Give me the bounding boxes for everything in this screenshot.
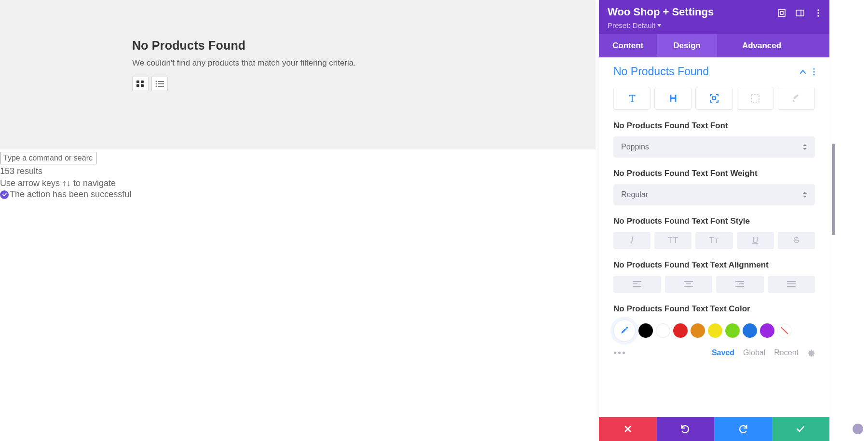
preset-dropdown[interactable]: Preset: Default bbox=[608, 21, 821, 29]
svg-rect-11 bbox=[780, 12, 783, 14]
color-swatch-red[interactable] bbox=[673, 323, 688, 338]
svg-point-16 bbox=[817, 15, 819, 17]
focus-mode-button[interactable] bbox=[695, 87, 732, 110]
color-tab-recent[interactable]: Recent bbox=[774, 348, 799, 357]
view-list-button[interactable] bbox=[151, 77, 168, 91]
align-label: No Products Found Text Text Alignment bbox=[613, 260, 815, 271]
heading-mode-button[interactable] bbox=[654, 87, 692, 110]
command-input[interactable] bbox=[0, 152, 96, 164]
more-icon[interactable] bbox=[814, 9, 823, 17]
color-swatch-none[interactable] bbox=[777, 323, 792, 338]
command-status-text: The action has been successful bbox=[10, 189, 131, 200]
svg-rect-10 bbox=[778, 10, 785, 16]
svg-point-19 bbox=[813, 74, 814, 75]
svg-point-8 bbox=[156, 86, 157, 87]
command-nav-hint: Use arrow keys ↑↓ to navigate bbox=[0, 178, 596, 188]
command-results-count: 153 results bbox=[0, 166, 596, 176]
color-swatch-white[interactable] bbox=[656, 323, 670, 338]
svg-rect-9 bbox=[158, 86, 164, 87]
style-strike-button[interactable]: S bbox=[778, 232, 815, 249]
cancel-button[interactable] bbox=[599, 417, 657, 441]
style-uppercase-button[interactable]: TT bbox=[654, 232, 692, 249]
svg-point-15 bbox=[817, 12, 819, 14]
svg-rect-0 bbox=[136, 80, 139, 83]
align-right-button[interactable] bbox=[716, 276, 764, 293]
section-more-icon[interactable] bbox=[813, 68, 815, 76]
no-products-title: No Products Found bbox=[132, 39, 596, 53]
align-center-button[interactable] bbox=[665, 276, 713, 293]
preview-canvas: No Products Found We couldn't find any p… bbox=[0, 0, 596, 149]
save-button[interactable] bbox=[772, 417, 830, 441]
panel-body: No Products Found No Products Found Text… bbox=[599, 57, 829, 417]
preset-label: Preset: Default bbox=[608, 21, 655, 29]
color-swatch-blue[interactable] bbox=[743, 323, 757, 338]
svg-rect-21 bbox=[751, 94, 759, 102]
tab-content[interactable]: Content bbox=[599, 34, 657, 57]
svg-rect-5 bbox=[158, 81, 164, 82]
color-swatch-black[interactable] bbox=[638, 323, 653, 338]
color-swatch-purple[interactable] bbox=[760, 323, 774, 338]
eyedropper-button[interactable] bbox=[613, 320, 636, 342]
more-colors-button[interactable]: ••• bbox=[613, 347, 626, 359]
svg-point-14 bbox=[817, 9, 819, 11]
font-label: No Products Found Text Font bbox=[613, 120, 815, 132]
svg-point-6 bbox=[156, 83, 157, 85]
text-mode-button[interactable] bbox=[613, 87, 651, 110]
help-fab[interactable] bbox=[853, 424, 863, 434]
undo-button[interactable] bbox=[657, 417, 715, 441]
scrollbar-thumb[interactable] bbox=[832, 144, 835, 235]
tab-advanced[interactable]: Advanced bbox=[717, 34, 806, 57]
color-label: No Products Found Text Text Color bbox=[613, 304, 815, 315]
color-settings-icon[interactable] bbox=[807, 349, 815, 357]
svg-rect-12 bbox=[796, 10, 804, 16]
svg-point-4 bbox=[156, 81, 157, 82]
color-swatch-yellow[interactable] bbox=[708, 323, 722, 338]
align-left-button[interactable] bbox=[613, 276, 661, 293]
color-swatch-orange[interactable] bbox=[691, 323, 705, 338]
selection-mode-button[interactable] bbox=[737, 87, 774, 110]
color-tab-global[interactable]: Global bbox=[743, 348, 765, 357]
expand-icon[interactable] bbox=[777, 9, 786, 17]
tab-design[interactable]: Design bbox=[657, 34, 717, 57]
collapse-icon[interactable] bbox=[800, 69, 806, 74]
svg-point-18 bbox=[813, 71, 814, 72]
svg-rect-2 bbox=[136, 84, 139, 87]
svg-rect-1 bbox=[141, 80, 144, 83]
svg-rect-3 bbox=[141, 84, 144, 87]
weight-select[interactable]: Regular bbox=[613, 184, 815, 205]
panel-header: Woo Shop + Settings Preset: Default bbox=[599, 0, 829, 34]
view-grid-button[interactable] bbox=[132, 77, 149, 91]
color-swatch-green[interactable] bbox=[725, 323, 740, 338]
no-products-subtitle: We couldn't find any products that match… bbox=[132, 58, 596, 68]
weight-value: Regular bbox=[621, 190, 648, 199]
redo-button[interactable] bbox=[714, 417, 772, 441]
svg-rect-20 bbox=[713, 97, 716, 100]
align-justify-button[interactable] bbox=[768, 276, 815, 293]
font-value: Poppins bbox=[621, 143, 649, 151]
command-area: 153 results Use arrow keys ↑↓ to navigat… bbox=[0, 152, 596, 200]
weight-label: No Products Found Text Font Weight bbox=[613, 168, 815, 179]
svg-point-17 bbox=[813, 68, 814, 69]
color-tab-saved[interactable]: Saved bbox=[712, 348, 734, 357]
sidebar-toggle-icon[interactable] bbox=[796, 9, 804, 17]
section-title[interactable]: No Products Found bbox=[613, 65, 709, 78]
style-italic-button[interactable]: I bbox=[613, 232, 651, 249]
style-label: No Products Found Text Font Style bbox=[613, 216, 815, 227]
svg-rect-7 bbox=[158, 83, 164, 84]
success-icon bbox=[0, 190, 9, 199]
font-select[interactable]: Poppins bbox=[613, 136, 815, 158]
style-smallcaps-button[interactable]: Tᴛ bbox=[695, 232, 732, 249]
style-underline-button[interactable]: U bbox=[737, 232, 774, 249]
settings-panel: Woo Shop + Settings Preset: Default Cont… bbox=[599, 0, 829, 441]
brush-mode-button[interactable] bbox=[778, 87, 815, 110]
